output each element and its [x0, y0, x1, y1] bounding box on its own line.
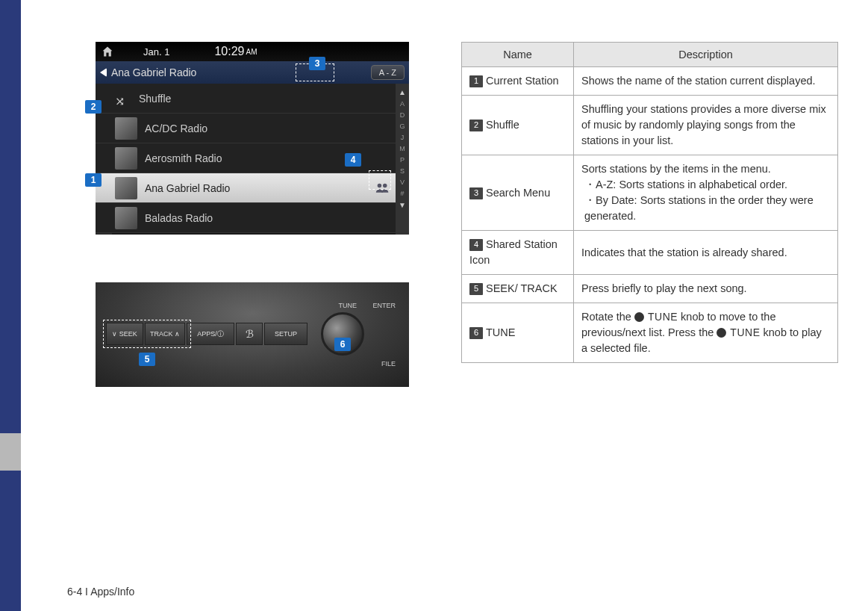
callout-6: 6: [334, 338, 351, 351]
scroll-up-icon: ▲: [399, 88, 406, 96]
page-footer: 6-4 I Apps/Info: [67, 586, 134, 598]
callout-5: 5: [139, 353, 155, 366]
station-thumb: [115, 207, 137, 229]
screenshot-hardware-panel: ∨ SEEK TRACK ∧ APPS/ⓘ ℬ SETUP TUNE ENTER…: [96, 282, 409, 387]
screenshot-station-list: Jan. 1 10:29 AM Ana Gabriel Radio A - Z …: [96, 42, 409, 235]
figures-column: Jan. 1 10:29 AM Ana Gabriel Radio A - Z …: [96, 42, 409, 387]
current-station-label: Ana Gabriel Radio: [111, 66, 196, 78]
list-item: Baladas Radio: [96, 203, 396, 233]
list-item: AC/DC Radio: [96, 114, 396, 143]
callout-1: 1: [85, 173, 102, 187]
enter-label: ENTER: [372, 302, 396, 309]
tune-knob-icon: [716, 328, 726, 338]
callout-box-5: [103, 320, 191, 348]
table-row: 5SEEK/ TRACK Press briefly to play the n…: [462, 275, 838, 303]
side-tab: [0, 0, 21, 611]
apps-button: APPS/ⓘ: [187, 323, 234, 345]
list-item-selected: Ana Gabriel Radio: [96, 173, 396, 203]
scroll-down-icon: ▼: [399, 201, 406, 209]
b-button: ℬ: [236, 323, 263, 345]
description-table: Name Description 1Current Station Shows …: [461, 42, 838, 363]
callout-3: 3: [309, 57, 325, 70]
tune-label: TUNE: [339, 302, 357, 309]
shuffle-icon: ⤨: [115, 94, 130, 103]
status-ampm: AM: [246, 48, 257, 56]
table-row: 3Search Menu Sorts stations by the items…: [462, 155, 838, 231]
th-name: Name: [462, 43, 574, 67]
th-desc: Description: [574, 43, 838, 67]
setup-button: SETUP: [264, 323, 307, 345]
table-row: 4Shared Station Icon Indicates that the …: [462, 231, 838, 275]
current-station-bar: Ana Gabriel Radio A - Z: [96, 61, 409, 84]
callout-4: 4: [345, 153, 361, 167]
table-row: 2Shuffle Shuffling your stations provide…: [462, 96, 838, 155]
status-time: 10:29: [214, 45, 244, 58]
station-thumb: [115, 147, 137, 170]
list-item-shuffle: ⤨ Shuffle: [96, 84, 396, 114]
tune-knob-icon: [634, 312, 644, 322]
station-thumb: [115, 177, 137, 199]
station-thumb: [115, 117, 137, 140]
back-icon: [100, 68, 107, 77]
callout-box-4: [369, 170, 391, 190]
table-row: 1Current Station Shows the name of the s…: [462, 67, 838, 96]
status-date: Jan. 1: [143, 46, 169, 58]
alpha-scrollbar: ▲ A D G J M P S V # ▼: [396, 84, 409, 235]
home-icon: [102, 46, 113, 58]
sort-button: A - Z: [371, 65, 405, 80]
status-bar: Jan. 1 10:29 AM: [96, 42, 409, 61]
callout-2: 2: [85, 100, 102, 114]
table-row: 6TUNE Rotate the TUNE knob to move to th…: [462, 303, 838, 363]
file-label: FILE: [381, 360, 396, 367]
